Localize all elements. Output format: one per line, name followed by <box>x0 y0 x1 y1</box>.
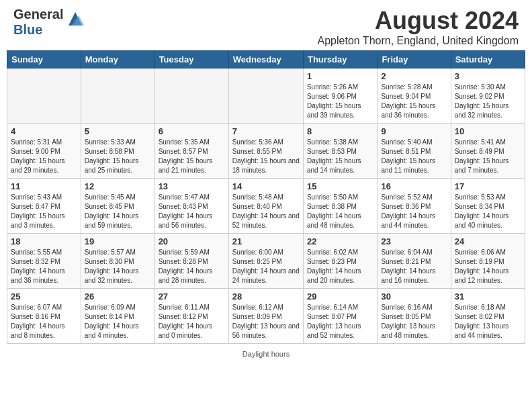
calendar-cell: 8 Sunrise: 5:38 AM Sunset: 8:53 PM Dayli… <box>303 124 377 179</box>
day-info: Sunrise: 6:04 AM Sunset: 8:21 PM Dayligh… <box>381 248 447 285</box>
col-friday: Friday <box>378 51 451 68</box>
calendar-cell: 9 Sunrise: 5:40 AM Sunset: 8:51 PM Dayli… <box>378 124 451 179</box>
calendar-cell: 17 Sunrise: 5:53 AM Sunset: 8:34 PM Dayl… <box>451 179 525 234</box>
calendar-cell: 3 Sunrise: 5:30 AM Sunset: 9:02 PM Dayli… <box>451 68 525 124</box>
day-info: Sunrise: 5:53 AM Sunset: 8:34 PM Dayligh… <box>455 193 521 230</box>
main-title: August 2024 <box>318 7 519 35</box>
calendar-cell: 14 Sunrise: 5:48 AM Sunset: 8:40 PM Dayl… <box>228 179 303 234</box>
day-info: Sunrise: 5:59 AM Sunset: 8:28 PM Dayligh… <box>159 248 225 285</box>
day-info: Sunrise: 5:40 AM Sunset: 8:51 PM Dayligh… <box>381 138 447 175</box>
day-number: 15 <box>307 181 373 191</box>
calendar-cell: 21 Sunrise: 6:00 AM Sunset: 8:25 PM Dayl… <box>228 234 303 289</box>
day-info: Sunrise: 5:38 AM Sunset: 8:53 PM Dayligh… <box>307 138 373 175</box>
day-number: 3 <box>455 71 521 81</box>
day-number: 25 <box>11 291 77 302</box>
calendar-cell: 5 Sunrise: 5:33 AM Sunset: 8:58 PM Dayli… <box>81 124 154 179</box>
day-number: 31 <box>455 291 521 302</box>
calendar-cell: 10 Sunrise: 5:41 AM Sunset: 8:49 PM Dayl… <box>451 124 525 179</box>
day-number: 27 <box>159 291 225 302</box>
calendar-cell: 16 Sunrise: 5:52 AM Sunset: 8:36 PM Dayl… <box>378 179 451 234</box>
day-info: Sunrise: 5:36 AM Sunset: 8:55 PM Dayligh… <box>232 138 300 175</box>
day-number: 30 <box>381 291 447 302</box>
day-number: 16 <box>381 181 447 191</box>
col-saturday: Saturday <box>451 51 525 68</box>
day-number: 5 <box>85 126 151 136</box>
day-number: 7 <box>232 126 300 136</box>
day-info: Sunrise: 6:11 AM Sunset: 8:12 PM Dayligh… <box>159 303 225 340</box>
calendar-week-4: 18 Sunrise: 5:55 AM Sunset: 8:32 PM Dayl… <box>7 234 525 289</box>
day-info: Sunrise: 6:09 AM Sunset: 8:14 PM Dayligh… <box>85 303 151 340</box>
calendar-cell: 19 Sunrise: 5:57 AM Sunset: 8:30 PM Dayl… <box>81 234 154 289</box>
day-info: Sunrise: 5:48 AM Sunset: 8:40 PM Dayligh… <box>232 193 300 230</box>
day-number: 29 <box>307 291 373 302</box>
logo-icon <box>65 9 85 29</box>
calendar-week-1: 1 Sunrise: 5:26 AM Sunset: 9:06 PM Dayli… <box>7 68 525 124</box>
col-wednesday: Wednesday <box>228 51 303 68</box>
day-number: 9 <box>381 126 447 136</box>
logo-blue: Blue <box>13 22 42 37</box>
day-number: 4 <box>11 126 77 136</box>
day-number: 14 <box>232 181 300 191</box>
day-number: 24 <box>455 236 521 246</box>
calendar-cell: 24 Sunrise: 6:06 AM Sunset: 8:19 PM Dayl… <box>451 234 525 289</box>
day-info: Sunrise: 5:31 AM Sunset: 9:00 PM Dayligh… <box>11 138 77 175</box>
day-number: 2 <box>381 71 447 81</box>
calendar-week-5: 25 Sunrise: 6:07 AM Sunset: 8:16 PM Dayl… <box>7 289 525 344</box>
calendar-cell: 4 Sunrise: 5:31 AM Sunset: 9:00 PM Dayli… <box>7 124 81 179</box>
col-sunday: Sunday <box>7 51 81 68</box>
day-info: Sunrise: 5:41 AM Sunset: 8:49 PM Dayligh… <box>455 138 521 175</box>
day-number: 19 <box>85 236 151 246</box>
day-info: Sunrise: 6:06 AM Sunset: 8:19 PM Dayligh… <box>455 248 521 285</box>
page-header: General Blue August 2024 Appleton Thorn,… <box>0 0 532 50</box>
day-number: 23 <box>381 236 447 246</box>
calendar-cell <box>81 68 154 124</box>
calendar-header: Sunday Monday Tuesday Wednesday Thursday… <box>7 51 525 68</box>
day-number: 18 <box>11 236 77 246</box>
day-info: Sunrise: 6:18 AM Sunset: 8:02 PM Dayligh… <box>455 303 521 340</box>
subtitle: Appleton Thorn, England, United Kingdom <box>318 35 519 47</box>
day-number: 8 <box>307 126 373 136</box>
calendar-table: Sunday Monday Tuesday Wednesday Thursday… <box>7 50 525 344</box>
day-info: Sunrise: 5:30 AM Sunset: 9:02 PM Dayligh… <box>455 83 521 120</box>
day-info: Sunrise: 5:28 AM Sunset: 9:04 PM Dayligh… <box>381 83 447 120</box>
day-info: Sunrise: 5:45 AM Sunset: 8:45 PM Dayligh… <box>85 193 151 230</box>
col-monday: Monday <box>81 51 154 68</box>
day-number: 10 <box>455 126 521 136</box>
day-number: 26 <box>85 291 151 302</box>
day-info: Sunrise: 5:52 AM Sunset: 8:36 PM Dayligh… <box>381 193 447 230</box>
calendar-cell: 12 Sunrise: 5:45 AM Sunset: 8:45 PM Dayl… <box>81 179 154 234</box>
calendar-cell: 28 Sunrise: 6:12 AM Sunset: 8:09 PM Dayl… <box>228 289 303 344</box>
day-number: 13 <box>159 181 225 191</box>
logo: General Blue <box>13 7 85 38</box>
calendar-cell: 20 Sunrise: 5:59 AM Sunset: 8:28 PM Dayl… <box>154 234 228 289</box>
calendar-cell: 26 Sunrise: 6:09 AM Sunset: 8:14 PM Dayl… <box>81 289 154 344</box>
calendar-cell: 22 Sunrise: 6:02 AM Sunset: 8:23 PM Dayl… <box>303 234 377 289</box>
title-section: August 2024 Appleton Thorn, England, Uni… <box>318 7 519 47</box>
calendar-week-3: 11 Sunrise: 5:43 AM Sunset: 8:47 PM Dayl… <box>7 179 525 234</box>
calendar-cell: 7 Sunrise: 5:36 AM Sunset: 8:55 PM Dayli… <box>228 124 303 179</box>
logo-text: General Blue <box>13 7 63 38</box>
footer: Daylight hours <box>0 347 532 361</box>
daylight-label: Daylight hours <box>242 350 290 358</box>
day-info: Sunrise: 5:26 AM Sunset: 9:06 PM Dayligh… <box>307 83 373 120</box>
day-info: Sunrise: 6:12 AM Sunset: 8:09 PM Dayligh… <box>232 303 300 340</box>
calendar-wrapper: Sunday Monday Tuesday Wednesday Thursday… <box>0 50 532 347</box>
calendar-cell: 2 Sunrise: 5:28 AM Sunset: 9:04 PM Dayli… <box>378 68 451 124</box>
day-info: Sunrise: 6:00 AM Sunset: 8:25 PM Dayligh… <box>232 248 300 285</box>
header-row: Sunday Monday Tuesday Wednesday Thursday… <box>7 51 525 68</box>
day-number: 11 <box>11 181 77 191</box>
day-number: 1 <box>307 71 373 81</box>
day-info: Sunrise: 5:57 AM Sunset: 8:30 PM Dayligh… <box>85 248 151 285</box>
calendar-cell: 23 Sunrise: 6:04 AM Sunset: 8:21 PM Dayl… <box>378 234 451 289</box>
day-number: 12 <box>85 181 151 191</box>
calendar-cell: 13 Sunrise: 5:47 AM Sunset: 8:43 PM Dayl… <box>154 179 228 234</box>
day-number: 22 <box>307 236 373 246</box>
col-tuesday: Tuesday <box>154 51 228 68</box>
calendar-cell: 31 Sunrise: 6:18 AM Sunset: 8:02 PM Dayl… <box>451 289 525 344</box>
calendar-cell <box>228 68 303 124</box>
day-info: Sunrise: 6:07 AM Sunset: 8:16 PM Dayligh… <box>11 303 77 340</box>
day-number: 17 <box>455 181 521 191</box>
day-info: Sunrise: 6:14 AM Sunset: 8:07 PM Dayligh… <box>307 303 373 340</box>
day-info: Sunrise: 5:35 AM Sunset: 8:57 PM Dayligh… <box>159 138 225 175</box>
day-info: Sunrise: 5:55 AM Sunset: 8:32 PM Dayligh… <box>11 248 77 285</box>
